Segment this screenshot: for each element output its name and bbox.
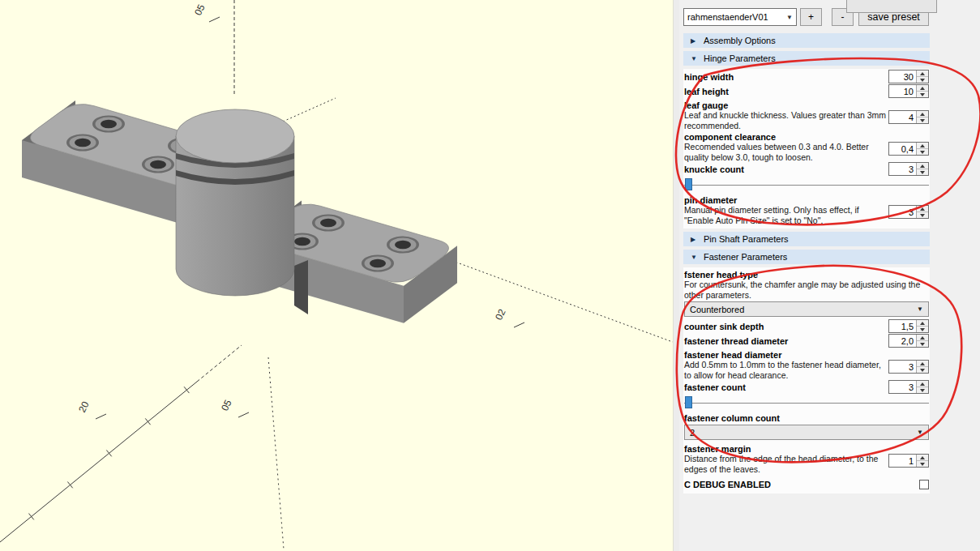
spin-value: 4	[889, 111, 916, 123]
knuckle-top-face	[176, 109, 294, 163]
spinner-arrows	[916, 320, 928, 332]
chevron-down-icon: ▼	[917, 429, 923, 436]
leaf-gauge-spinbox[interactable]: 4	[888, 110, 929, 124]
spin-value: 2,0	[889, 335, 916, 347]
spinner-arrows	[916, 455, 928, 467]
param-row-hinge-width: hinge width 30	[684, 70, 929, 84]
param-row-pin-diameter: Manual pin diameter setting. Only has ef…	[684, 205, 929, 225]
spinner-up-icon[interactable]	[917, 143, 928, 149]
spin-value: 0,4	[889, 143, 916, 155]
spin-value: 1,5	[889, 320, 916, 332]
param-row-leaf-height: leaf height 10	[684, 84, 929, 99]
dropdown-value: Counterbored	[690, 305, 744, 314]
hinge-3d-model	[22, 100, 457, 323]
fastener-thread-diameter-spinbox[interactable]: 2,0	[888, 334, 929, 348]
pin-diameter-spinbox[interactable]: 3	[888, 205, 929, 219]
param-label: hinge width	[684, 72, 734, 82]
knuckle-slot-shadow	[294, 260, 308, 314]
spinner-up-icon[interactable]	[917, 163, 928, 169]
spinner-down-icon[interactable]	[917, 341, 928, 347]
spinner-arrows	[916, 70, 928, 83]
counter-sink-depth-spinbox[interactable]: 1,5	[888, 319, 929, 333]
param-row-debug: C DEBUG ENABLED	[684, 478, 929, 490]
param-description: Add 0.5mm to 1.0mm to the fastener head …	[684, 360, 887, 380]
param-label: component clearance	[684, 130, 929, 142]
spinner-up-icon[interactable]	[917, 381, 928, 387]
spinner-arrows	[916, 111, 928, 123]
spinner-up-icon[interactable]	[917, 320, 928, 327]
slider-handle[interactable]	[685, 396, 692, 408]
param-label: pin diameter	[684, 194, 929, 205]
knuckle-count-spinbox[interactable]: 3	[888, 162, 929, 176]
spinner-down-icon[interactable]	[917, 367, 928, 373]
fastener-head-type-dropdown[interactable]: Counterbored ▼	[684, 301, 929, 317]
spinner-up-icon[interactable]	[917, 455, 928, 461]
leaf-height-spinbox[interactable]: 10	[888, 84, 929, 98]
counterbore-hole	[362, 255, 394, 272]
fastener-count-slider[interactable]	[684, 395, 929, 410]
hinge-width-spinbox[interactable]: 30	[888, 70, 929, 83]
spinner-up-icon[interactable]	[917, 111, 928, 117]
panel-splitter[interactable]	[673, 0, 679, 551]
fastener-head-diameter-spinbox[interactable]: 3	[888, 360, 929, 374]
spinner-down-icon[interactable]	[917, 77, 928, 83]
spin-value: 3	[889, 163, 916, 175]
slider-groove	[684, 403, 929, 404]
knuckle-count-slider[interactable]	[684, 177, 929, 192]
axis-label: 02	[493, 307, 508, 322]
viewport-canvas: 05 02 20 05	[0, 0, 673, 551]
param-row-leaf-gauge: Leaf and knuckle thickness. Values great…	[684, 110, 929, 130]
spinner-arrows	[916, 163, 928, 175]
spinner-down-icon[interactable]	[917, 212, 928, 218]
param-label: leaf height	[684, 87, 729, 96]
spinner-up-icon[interactable]	[917, 361, 928, 367]
fastener-margin-spinbox[interactable]: 1	[888, 454, 929, 468]
component-clearance-spinbox[interactable]: 0,4	[888, 142, 929, 156]
preset-combobox[interactable]: rahmenstaenderV01 ▼	[683, 8, 797, 26]
spin-value: 30	[889, 70, 916, 83]
section-assembly-options[interactable]: ▶ Assembly Options	[683, 33, 930, 48]
section-title: Pin Shaft Parameters	[704, 234, 789, 244]
hinge-parameters-body: hinge width 30 leaf height 10 leaf gauge…	[683, 69, 930, 229]
spinner-up-icon[interactable]	[917, 206, 928, 212]
param-label: fastener count	[684, 382, 746, 392]
spinner-down-icon[interactable]	[917, 149, 928, 155]
param-row-fastener-margin: Distance from the edge of the head diame…	[684, 454, 929, 474]
spinner-up-icon[interactable]	[917, 85, 928, 92]
spinner-arrows	[916, 85, 928, 97]
spinner-arrows	[916, 143, 928, 155]
section-fastener-parameters[interactable]: ▼ Fastener Parameters	[683, 250, 930, 264]
spinner-down-icon[interactable]	[917, 387, 928, 393]
param-label: counter sink depth	[684, 322, 764, 331]
counterbore-hole	[142, 156, 174, 173]
chevron-right-icon: ▶	[691, 236, 700, 243]
section-pin-shaft-parameters[interactable]: ▶ Pin Shaft Parameters	[683, 232, 930, 246]
param-label: leaf gauge	[684, 99, 929, 110]
spinner-down-icon[interactable]	[917, 92, 928, 97]
spinner-up-icon[interactable]	[917, 335, 928, 341]
spinner-down-icon[interactable]	[917, 327, 928, 332]
preset-add-button[interactable]: +	[800, 8, 822, 26]
chevron-down-icon: ▼	[691, 254, 700, 261]
debug-checkbox[interactable]	[919, 480, 929, 489]
cutoff-top-button[interactable]	[846, 0, 937, 13]
spinner-down-icon[interactable]	[917, 117, 928, 123]
param-row-counter-sink-depth: counter sink depth 1,5	[684, 319, 929, 334]
fastener-count-spinbox[interactable]: 3	[888, 380, 929, 394]
section-hinge-parameters[interactable]: ▼ Hinge Parameters	[683, 51, 930, 66]
param-label: knuckle count	[684, 164, 744, 174]
spin-value: 1	[889, 455, 916, 467]
spinner-down-icon[interactable]	[917, 461, 928, 467]
3d-viewport[interactable]: 05 02 20 05	[0, 0, 673, 551]
param-row-knuckle-count: knuckle count 3	[684, 162, 929, 177]
spinner-arrows	[916, 381, 928, 393]
spinner-up-icon[interactable]	[917, 70, 928, 77]
counterbore-hole	[92, 116, 125, 133]
fastener-column-count-dropdown[interactable]: 2 ▼	[684, 425, 929, 440]
spinner-down-icon[interactable]	[917, 169, 928, 175]
counterbore-hole	[66, 135, 99, 152]
slider-handle[interactable]	[685, 178, 692, 190]
param-row-fastener-head-diameter: Add 0.5mm to 1.0mm to the fastener head …	[684, 360, 929, 380]
chevron-right-icon: ▶	[691, 37, 700, 45]
section-title: Fastener Parameters	[704, 252, 787, 262]
